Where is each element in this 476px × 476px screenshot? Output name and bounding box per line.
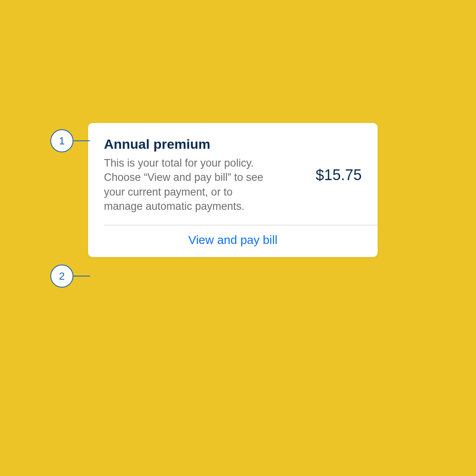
card-body: Annual premium This is your total for yo… [88,123,378,225]
card-text-section: Annual premium This is your total for yo… [104,136,271,214]
annotation-marker-1: 1 [50,129,90,152]
premium-amount: $15.75 [304,167,362,184]
annotation-connector-line [73,276,90,276]
premium-card-wrapper: Annual premium This is your total for yo… [88,123,378,257]
view-pay-bill-link[interactable]: View and pay bill [188,233,278,247]
card-title: Annual premium [104,136,271,152]
card-description: This is your total for your policy. Choo… [104,156,271,214]
annotation-marker-2: 2 [50,265,90,288]
annotation-number: 2 [59,270,65,282]
annotation-badge-1: 1 [50,129,73,152]
annotation-number: 1 [59,135,65,147]
annotation-connector-line [73,140,90,141]
premium-card: Annual premium This is your total for yo… [88,123,378,257]
card-footer: View and pay bill [88,225,378,257]
annotation-badge-2: 2 [50,265,73,288]
